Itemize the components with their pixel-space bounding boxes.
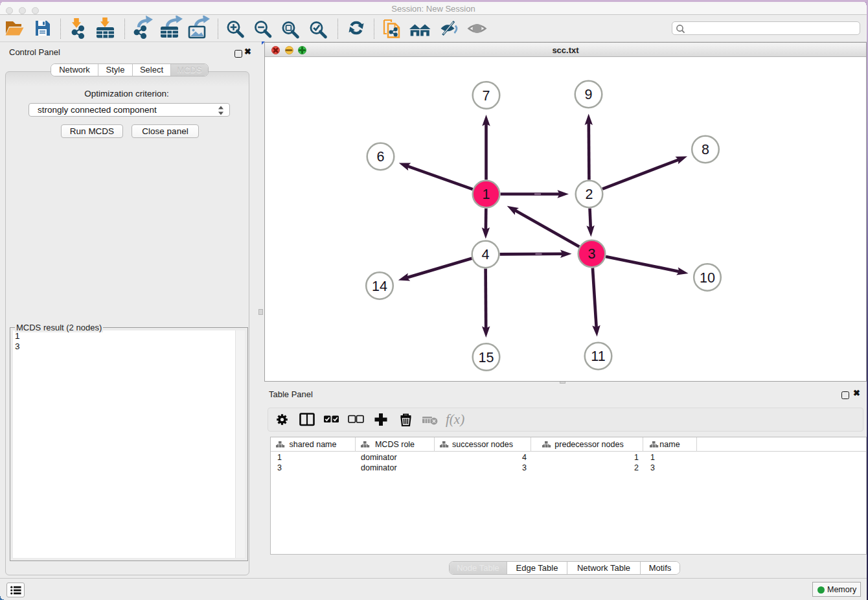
svg-text:2: 2 (586, 187, 593, 202)
svg-text:6: 6 (377, 149, 385, 165)
svg-text:11: 11 (591, 349, 605, 364)
svg-text:7: 7 (483, 88, 490, 104)
svg-text:10: 10 (700, 270, 715, 286)
svg-text:4: 4 (482, 247, 490, 262)
svg-text:9: 9 (585, 87, 593, 102)
svg-text:8: 8 (702, 142, 709, 157)
svg-text:14: 14 (372, 279, 387, 294)
svg-text:15: 15 (479, 350, 494, 365)
svg-text:3: 3 (588, 246, 596, 262)
svg-text:1: 1 (483, 187, 490, 202)
svg-text:f(x): f(x) (446, 411, 464, 427)
